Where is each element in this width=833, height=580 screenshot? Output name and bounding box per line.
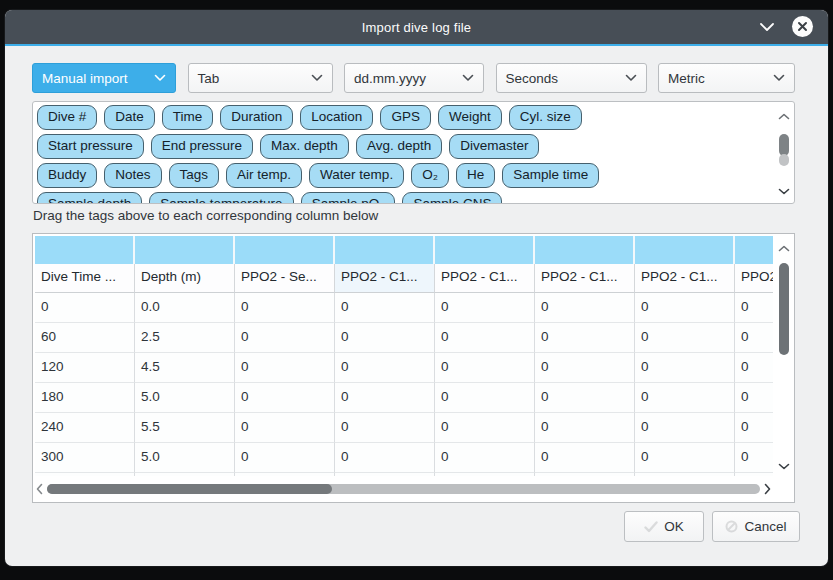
tag-pill[interactable]: Cyl. size xyxy=(509,105,582,130)
table-cell: 0 xyxy=(635,293,735,323)
window-title: Import dive log file xyxy=(362,20,472,35)
tag-pill[interactable]: Sample pO₂ xyxy=(301,192,396,203)
table-body: 00.0000000602.50000001204.50000001805.00… xyxy=(35,293,773,476)
table-hscrollbar-thumb[interactable] xyxy=(47,484,332,494)
date-format-dropdown[interactable]: dd.mm.yyyy xyxy=(344,63,484,93)
scroll-right-icon[interactable] xyxy=(764,483,771,495)
tags-scrollbar-thumb[interactable] xyxy=(779,134,789,156)
table-cell: 0 xyxy=(335,413,435,443)
desktop-background: { "window": { "title": "Import dive log … xyxy=(0,0,833,580)
tag-pill[interactable]: Weight xyxy=(438,105,502,130)
drop-target-cell[interactable] xyxy=(35,236,135,264)
tag-pill[interactable]: Sample depth xyxy=(37,192,142,203)
close-icon[interactable] xyxy=(792,16,813,37)
table-cell: 0 xyxy=(535,413,635,443)
chevron-down-icon xyxy=(311,74,323,82)
units-dropdown[interactable]: Metric xyxy=(658,63,795,93)
table-cell xyxy=(735,473,773,476)
tag-pill[interactable]: Buddy xyxy=(37,163,97,188)
column-header[interactable]: Depth (m) xyxy=(135,264,235,293)
units-value: Metric xyxy=(668,71,705,86)
table-cell: 0 xyxy=(735,383,773,413)
tag-pill[interactable]: Sample time xyxy=(502,163,599,188)
table-cell: 0 xyxy=(235,443,335,473)
table-cell: 0 xyxy=(335,293,435,323)
table-cell: 0 xyxy=(235,293,335,323)
column-header[interactable]: PPO2 - C1... xyxy=(635,264,735,293)
table-vscrollbar[interactable] xyxy=(775,237,792,475)
import-mode-dropdown[interactable]: Manual import xyxy=(32,63,176,93)
column-header[interactable]: PPO2 - C1... xyxy=(435,264,535,293)
tag-pill[interactable]: Duration xyxy=(220,105,293,130)
tag-pill[interactable]: Time xyxy=(162,105,214,130)
table-row xyxy=(35,473,773,476)
tag-pill[interactable]: Air temp. xyxy=(226,163,302,188)
drop-target-cell[interactable] xyxy=(135,236,235,264)
tag-pill[interactable]: Tags xyxy=(169,163,220,188)
scroll-up-icon[interactable] xyxy=(778,105,790,125)
tags-scrollbar-thumb-light[interactable] xyxy=(779,154,789,166)
ok-button[interactable]: OK xyxy=(624,511,704,542)
column-header[interactable]: PPO2 - C1... xyxy=(535,264,635,293)
table-cell xyxy=(335,473,435,476)
table-cell xyxy=(435,473,535,476)
chevron-down-icon xyxy=(625,74,637,82)
drop-target-cell[interactable] xyxy=(435,236,535,264)
ok-check-icon xyxy=(644,521,658,533)
column-header[interactable]: PPO2 - C1... xyxy=(335,264,435,293)
scroll-up-icon[interactable] xyxy=(778,237,790,257)
table-cell: 0 xyxy=(735,413,773,443)
drop-target-cell[interactable] xyxy=(535,236,635,264)
tag-pill[interactable]: Sample CNS xyxy=(402,192,502,203)
tag-pill[interactable]: Location xyxy=(300,105,373,130)
scroll-down-icon[interactable] xyxy=(778,180,790,200)
tag-pill[interactable]: Divemaster xyxy=(449,134,539,159)
column-header[interactable]: PPO2 - Se... xyxy=(235,264,335,293)
titlebar[interactable]: Import dive log file xyxy=(5,10,828,44)
table-cell: 5.5 xyxy=(135,413,235,443)
import-dialog-window: Import dive log file Manual import Tab d… xyxy=(5,10,828,566)
table-cell: 0 xyxy=(335,353,435,383)
tag-pill[interactable]: Max. depth xyxy=(260,134,349,159)
column-header[interactable]: PPO2 - C1... xyxy=(735,264,773,293)
table-cell: 0.0 xyxy=(135,293,235,323)
tag-pill[interactable]: Date xyxy=(104,105,155,130)
tag-pill[interactable]: GPS xyxy=(380,105,431,130)
table-row: 1204.5000000 xyxy=(35,353,773,383)
table-cell: 0 xyxy=(335,383,435,413)
table-hscrollbar[interactable] xyxy=(36,479,771,499)
drop-target-cell[interactable] xyxy=(635,236,735,264)
drop-target-cell[interactable] xyxy=(735,236,773,264)
tag-pill[interactable]: Notes xyxy=(104,163,161,188)
tag-pill[interactable]: Water temp. xyxy=(309,163,404,188)
table-row: 602.5000000 xyxy=(35,323,773,353)
table-hscrollbar-track[interactable] xyxy=(47,484,760,494)
drop-target-cell[interactable] xyxy=(235,236,335,264)
table-vscrollbar-track[interactable] xyxy=(779,257,789,455)
table-cell: 0 xyxy=(635,413,735,443)
tag-pill[interactable]: He xyxy=(456,163,495,188)
drop-target-cell[interactable] xyxy=(335,236,435,264)
tag-pill[interactable]: Dive # xyxy=(37,105,97,130)
tags-scrollbar-track[interactable] xyxy=(779,125,789,180)
field-separator-dropdown[interactable]: Tab xyxy=(188,63,333,93)
chevron-down-icon[interactable] xyxy=(758,19,776,35)
cancel-button[interactable]: Cancel xyxy=(712,511,800,542)
tag-pill[interactable]: O₂ xyxy=(411,163,449,188)
table-cell: 0 xyxy=(435,323,535,353)
table-cell xyxy=(235,473,335,476)
scroll-left-icon[interactable] xyxy=(36,483,43,495)
scroll-down-icon[interactable] xyxy=(778,455,790,475)
table-cell: 0 xyxy=(735,443,773,473)
tag-pill[interactable]: End pressure xyxy=(151,134,253,159)
tag-pill[interactable]: Avg. depth xyxy=(356,134,442,159)
table-vscrollbar-thumb[interactable] xyxy=(779,263,789,355)
duration-format-dropdown[interactable]: Seconds xyxy=(496,63,647,93)
tags-container: Dive #DateTimeDurationLocationGPSWeightC… xyxy=(37,105,772,203)
tag-pill[interactable]: Sample temperature xyxy=(149,192,293,203)
tags-scrollbar[interactable] xyxy=(775,105,792,200)
table-cell: 0 xyxy=(235,353,335,383)
tag-pill[interactable]: Start pressure xyxy=(37,134,144,159)
column-header[interactable]: Dive Time ... xyxy=(35,264,135,293)
table-cell: 0 xyxy=(635,353,735,383)
